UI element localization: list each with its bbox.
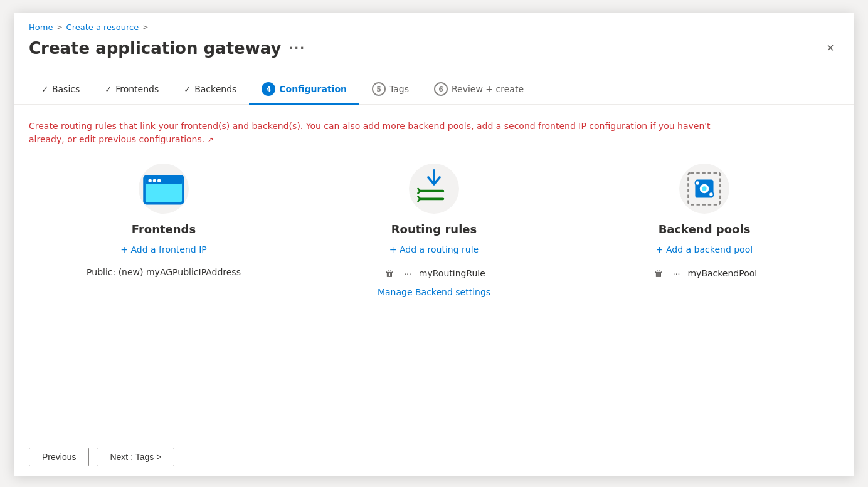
backend-trash-button[interactable]: 🗑 [652,267,665,280]
tabs-row: ✓ Basics ✓ Frontends ✓ Backends 4 Config… [14,63,854,105]
tab-label-tags: Tags [389,84,409,94]
svg-point-4 [153,179,156,182]
tab-configuration[interactable]: 4 Configuration [249,76,359,105]
routing-dots-button[interactable]: ··· [401,267,414,280]
backend-item-text: myBackendPool [687,268,757,278]
backend-dots-icon: ··· [673,268,680,278]
tab-check-basics: ✓ [41,85,48,94]
page-title: Create application gateway ··· [29,39,305,58]
tab-label-basics: Basics [52,84,80,94]
tab-backends[interactable]: ✓ Backends [171,78,249,103]
tab-circle-review: 6 [434,82,448,96]
column-frontends: Frontends + Add a frontend IP Public: (n… [29,164,299,282]
routing-rules-title: Routing rules [391,223,477,236]
svg-point-5 [157,179,161,182]
create-application-gateway-dialog: Home > Create a resource > Create applic… [14,13,854,476]
column-backend-pools: Backend pools + Add a backend pool 🗑 ···… [569,164,839,285]
svg-point-3 [148,179,151,182]
tab-circle-configuration: 4 [262,82,275,96]
next-button[interactable]: Next : Tags > [97,448,174,466]
tab-circle-tags: 5 [372,82,386,96]
backend-icon-wrap [679,164,729,214]
routing-rules-icon [409,164,459,214]
frontends-icon [139,164,189,214]
add-frontend-ip-link[interactable]: + Add a frontend IP [120,244,206,254]
manage-backend-settings-link[interactable]: Manage Backend settings [378,287,490,297]
dialog-body: Create routing rules that link your fron… [14,105,854,437]
columns-container: Frontends + Add a frontend IP Public: (n… [29,164,839,297]
breadcrumb-sep1: > [56,23,62,31]
title-row: Create application gateway ··· × [29,38,839,58]
tab-check-backends: ✓ [184,85,191,94]
breadcrumb-home[interactable]: Home [29,23,53,32]
routing-icon-wrap [409,164,459,214]
tab-label-frontends: Frontends [115,84,159,94]
routing-trash-button[interactable]: 🗑 [383,267,396,280]
dialog-header: Home > Create a resource > Create applic… [14,13,854,58]
tab-label-review: Review + create [452,84,524,94]
backend-item-row: 🗑 ··· myBackendPool [582,267,827,280]
title-ellipsis-button[interactable]: ··· [288,41,305,55]
routing-trash-icon: 🗑 [385,268,394,278]
add-backend-pool-link[interactable]: + Add a backend pool [656,244,753,254]
svg-point-13 [695,181,699,185]
frontend-item-text: Public: (new) myAGPublicIPAddress [87,267,241,277]
tab-label-backends: Backends [194,84,236,94]
tab-tags[interactable]: 5 Tags [359,76,421,105]
backend-trash-icon: 🗑 [654,268,663,278]
tab-check-frontends: ✓ [105,85,112,94]
routing-item-text: myRoutingRule [419,268,485,278]
column-routing-rules: Routing rules + Add a routing rule 🗑 ···… [299,164,569,297]
external-link-icon: ↗ [208,135,214,144]
tab-label-configuration: Configuration [279,84,347,94]
frontends-item-row: Public: (new) myAGPublicIPAddress [41,267,286,277]
frontends-icon-wrap [139,164,189,214]
backend-pools-title: Backend pools [659,223,751,236]
add-routing-rule-link[interactable]: + Add a routing rule [389,244,479,254]
breadcrumb-create-resource[interactable]: Create a resource [66,23,139,32]
tab-basics[interactable]: ✓ Basics [29,78,92,103]
tab-review[interactable]: 6 Review + create [421,76,536,105]
routing-item-row: 🗑 ··· myRoutingRule [312,267,556,280]
breadcrumb: Home > Create a resource > [29,23,839,32]
backend-dots-button[interactable]: ··· [670,267,683,280]
frontends-title: Frontends [132,223,196,236]
backend-pools-icon [679,164,729,214]
previous-button[interactable]: Previous [29,448,89,466]
svg-point-14 [709,192,713,196]
dialog-footer: Previous Next : Tags > [14,437,854,476]
tab-frontends[interactable]: ✓ Frontends [92,78,171,103]
routing-dots-icon: ··· [404,268,411,278]
breadcrumb-sep2: > [142,23,148,31]
close-button[interactable]: × [822,38,839,58]
svg-point-12 [702,186,706,191]
info-text: Create routing rules that link your fron… [29,120,719,146]
